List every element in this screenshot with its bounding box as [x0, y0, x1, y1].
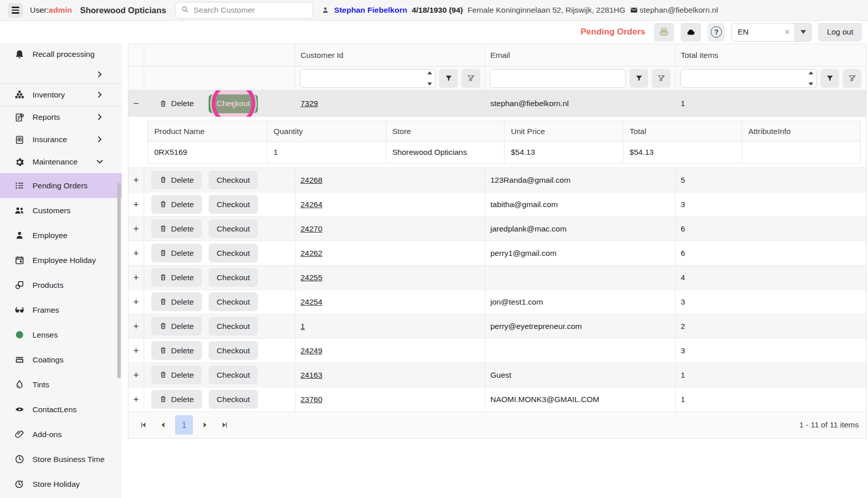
delete-button[interactable]: Delete — [151, 366, 202, 384]
sidebar-item-lenses[interactable]: Lenses — [0, 322, 122, 347]
customer-id-link[interactable]: 24264 — [301, 200, 322, 209]
next-page-button[interactable] — [197, 417, 213, 433]
delete-button[interactable]: Delete — [151, 94, 202, 113]
sidebar-item-coatings[interactable]: Coatings — [0, 347, 122, 372]
delete-label: Delete — [171, 176, 194, 185]
expand-toggle[interactable]: + — [128, 241, 144, 265]
expand-toggle[interactable]: + — [128, 168, 144, 192]
sidebar-item-inventory[interactable]: Inventory — [0, 84, 122, 106]
current-page[interactable]: 1 — [175, 415, 193, 435]
menu-button[interactable] — [8, 3, 23, 18]
sidebar-item-tints[interactable]: Tints — [0, 372, 122, 397]
language-select[interactable]: EN × — [731, 23, 812, 42]
column-header-email[interactable]: Email — [485, 44, 675, 66]
delete-button[interactable]: Delete — [151, 219, 202, 238]
customer-id-link[interactable]: 24254 — [301, 297, 322, 307]
email-filter-button[interactable] — [629, 69, 648, 88]
delete-button[interactable]: Delete — [151, 390, 202, 409]
delete-button[interactable]: Delete — [151, 244, 202, 262]
sidebar-item-pending-orders[interactable]: Pending Orders — [0, 173, 122, 198]
sidebar-item-store-business-time[interactable]: Store Business Time — [0, 447, 122, 472]
sidebar-item-insurance[interactable]: Insurance — [0, 128, 122, 151]
lens-icon — [13, 329, 25, 341]
delete-button[interactable]: Delete — [151, 317, 202, 336]
sidebar-item-add-ons[interactable]: Add-ons — [0, 422, 122, 447]
column-header-customer-id[interactable]: Customer Id — [295, 44, 485, 66]
customer-id-clear-filter-button[interactable] — [461, 69, 480, 88]
total-items-filter-button[interactable] — [820, 69, 839, 88]
customer-id-link[interactable]: 24255 — [301, 273, 322, 282]
sidebar-item-collapsed-group[interactable] — [0, 65, 122, 84]
checkout-button[interactable]: Checkout — [209, 219, 258, 238]
checkout-button[interactable]: Checkout — [209, 195, 258, 214]
sidebar-item-reports[interactable]: Reports — [0, 106, 122, 128]
cloud-button[interactable] — [681, 23, 701, 42]
email-clear-filter-button[interactable] — [652, 69, 671, 88]
search-input[interactable] — [193, 6, 308, 15]
checkout-button[interactable]: Checkout — [209, 292, 258, 311]
customer-id-link[interactable]: 23760 — [301, 395, 322, 404]
checkout-button[interactable]: Checkout — [209, 94, 258, 113]
expand-toggle[interactable]: − — [128, 90, 144, 117]
clear-icon[interactable]: × — [780, 27, 795, 38]
column-header-total-items[interactable]: Total items — [675, 44, 866, 66]
checkout-button[interactable]: Checkout — [209, 171, 258, 189]
sidebar-scrollbar[interactable] — [117, 183, 121, 378]
sidebar-item-employee-holiday[interactable]: Employee Holiday — [0, 248, 122, 273]
customer-id-filter-button[interactable] — [439, 69, 458, 88]
sidebar-item-contactlens[interactable]: ContactLens — [0, 397, 122, 422]
sidebar-item-customers[interactable]: Customers — [0, 198, 122, 223]
expand-toggle[interactable]: + — [128, 314, 144, 338]
customer-id-link[interactable]: 24163 — [301, 371, 322, 380]
checkout-button[interactable]: Checkout — [209, 366, 258, 384]
delete-button[interactable]: Delete — [151, 195, 202, 214]
customer-id-link[interactable]: 24262 — [301, 249, 322, 258]
first-page-button[interactable] — [136, 417, 151, 433]
expand-toggle[interactable]: + — [128, 387, 144, 411]
order-email: perry@eyetrepreneur.com — [490, 322, 582, 331]
checkout-button[interactable]: Checkout — [209, 244, 258, 262]
expand-toggle[interactable]: + — [128, 217, 144, 241]
order-total-items: 1 — [681, 395, 685, 404]
customer-id-link[interactable]: 7329 — [301, 99, 318, 108]
order-total-items: 3 — [681, 200, 685, 209]
sidebar-item-store-holiday[interactable]: Store Holiday — [0, 472, 122, 496]
sidebar-item-maintenance[interactable]: Maintenance — [0, 151, 122, 173]
last-page-button[interactable] — [217, 417, 232, 433]
cash-register-button[interactable] — [654, 23, 674, 42]
sidebar-item-products[interactable]: Products — [0, 273, 122, 297]
checkout-label: Checkout — [217, 224, 250, 234]
customer-id-link[interactable]: 24268 — [301, 176, 322, 185]
expand-toggle[interactable]: + — [128, 192, 144, 216]
expand-toggle[interactable]: + — [128, 290, 144, 314]
total-items-filter-input[interactable] — [680, 69, 817, 88]
sidebar-item-employee[interactable]: Employee — [0, 223, 122, 248]
expand-toggle[interactable]: + — [128, 363, 144, 387]
sidebar-item-frames[interactable]: Frames — [0, 297, 122, 322]
customer-id-spinner[interactable] — [427, 71, 432, 86]
help-button[interactable]: ? — [708, 23, 725, 42]
total-items-spinner[interactable] — [809, 71, 813, 86]
delete-button[interactable]: Delete — [151, 171, 202, 189]
delete-button[interactable]: Delete — [151, 268, 202, 287]
checkout-button[interactable]: Checkout — [209, 390, 258, 409]
expand-toggle[interactable]: + — [128, 339, 144, 362]
delete-button[interactable]: Delete — [151, 292, 202, 311]
checkout-button[interactable]: Checkout — [209, 341, 258, 360]
language-dropdown-button[interactable] — [794, 23, 811, 41]
customer-id-filter-input[interactable] — [300, 69, 436, 88]
customer-id-link[interactable]: 24249 — [301, 346, 322, 355]
delete-button[interactable]: Delete — [151, 341, 202, 360]
order-items-table: Product NameQuantityStoreUnit PriceTotal… — [148, 121, 861, 163]
logout-button[interactable]: Log out — [818, 23, 862, 42]
customer-search[interactable] — [175, 2, 313, 19]
checkout-button[interactable]: Checkout — [209, 268, 258, 287]
prev-page-button[interactable] — [155, 417, 171, 433]
expand-toggle[interactable]: + — [128, 265, 144, 289]
customer-id-link[interactable]: 1 — [301, 322, 305, 331]
total-items-clear-filter-button[interactable] — [843, 69, 861, 88]
sidebar-item-recall-processing[interactable]: Recall processing — [0, 43, 122, 65]
checkout-button[interactable]: Checkout — [209, 317, 258, 336]
email-filter-input[interactable] — [490, 69, 626, 88]
customer-id-link[interactable]: 24270 — [301, 224, 322, 234]
